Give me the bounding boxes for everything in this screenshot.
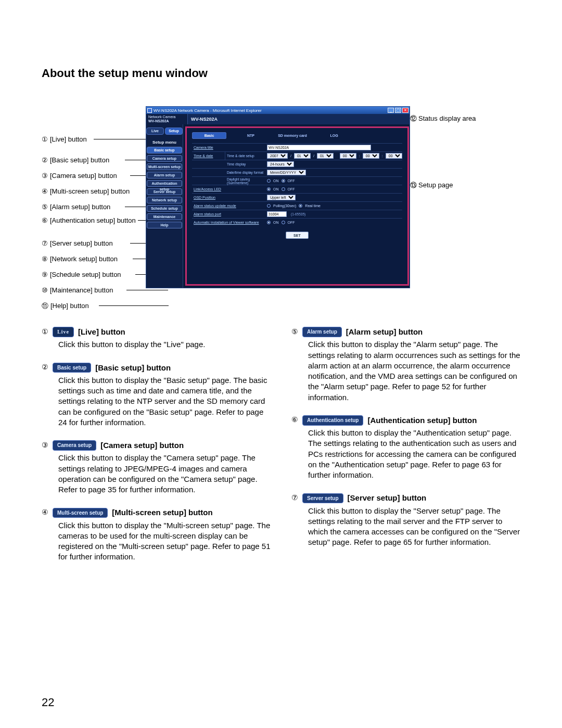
pill-live: Live (53, 327, 74, 337)
dst-off-radio[interactable] (282, 179, 285, 183)
screenshot-region: ①[Live] button ②[Basic setup] button ③[C… (42, 106, 520, 346)
viewer-on-radio[interactable] (267, 221, 271, 224)
tab-sd[interactable]: SD memory card (275, 132, 310, 139)
viewer-off-radio[interactable] (282, 221, 285, 224)
close-icon[interactable]: ✕ (402, 108, 408, 113)
status-display-area: WV-NS202A (188, 114, 410, 124)
dst-on-radio[interactable] (267, 179, 271, 183)
descriptions: ① Live [Live] button Click this button t… (42, 327, 520, 575)
desc-item-5: ⑤ Alarm setup [Alarm setup] button Click… (291, 327, 520, 403)
viewer-install-label[interactable]: Automatic installation of Viewer softwar… (192, 221, 267, 224)
pill-auth: Authentication setup (302, 415, 363, 426)
polling-radio[interactable] (267, 204, 271, 208)
page-number: 22 (42, 696, 54, 709)
pill-basic: Basic setup (53, 363, 91, 373)
pill-camera: Camera setup (53, 440, 96, 451)
year-select[interactable]: 2007 (267, 153, 288, 159)
ie-app-icon (147, 108, 152, 113)
tab-ntp[interactable]: NTP (234, 132, 268, 139)
set-button[interactable]: SET (286, 232, 309, 239)
realtime-radio[interactable] (299, 204, 302, 208)
link-led-label[interactable]: Link/Access LED (192, 187, 267, 191)
setup-menu-title: Setup menu (146, 140, 183, 145)
dst-label: Daylight saving (Summertime) (225, 177, 267, 185)
date-format-select[interactable]: Mmm/DD/YYYY (267, 170, 306, 175)
time-display-label: Time display (225, 162, 267, 166)
section-title: About the setup menu window (42, 67, 520, 80)
pill-server: Server setup (302, 493, 343, 504)
sidebar-item-help[interactable]: Help (147, 222, 182, 228)
maximize-icon[interactable]: ▢ (395, 108, 401, 113)
setup-page: Basic NTP SD memory card LOG Camera titl… (185, 126, 409, 286)
month-select[interactable]: 01 (294, 153, 311, 159)
desc-item-6: ⑥ Authentication setup [Authentication s… (291, 415, 520, 481)
led-off-radio[interactable] (282, 187, 285, 191)
hour-select[interactable]: 00 (340, 153, 356, 159)
sidebar: Live Setup Setup menu Basic setup Camera… (146, 124, 183, 288)
live-button[interactable]: Live (146, 127, 164, 135)
sidebar-item-camera[interactable]: Camera setup (147, 155, 182, 162)
time-date-group[interactable]: Time & date (192, 152, 225, 160)
ie-window: WV-NS202A Network Camera - Microsoft Int… (146, 106, 410, 288)
osd-label[interactable]: OSD Position (192, 196, 267, 199)
ie-titlebar: WV-NS202A Network Camera - Microsoft Int… (146, 107, 410, 114)
pill-multiscreen: Multi-screen setup (53, 508, 108, 518)
min-select[interactable]: 00 (363, 153, 379, 159)
setup-button[interactable]: Setup (165, 127, 183, 135)
tab-log[interactable]: LOG (317, 132, 351, 139)
led-on-radio[interactable] (267, 187, 271, 191)
desc-item-1: ① Live [Live] button Click this button t… (42, 327, 271, 350)
sidebar-item-basic[interactable]: Basic setup (147, 147, 182, 154)
desc-item-2: ② Basic setup [Basic setup] button Click… (42, 363, 271, 428)
desc-item-3: ③ Camera setup [Camera setup] button Cli… (42, 440, 271, 495)
desc-item-7: ⑦ Server setup [Server setup] button Cli… (291, 493, 520, 547)
sec-select[interactable]: 00 (386, 153, 402, 159)
time-date-setup-label: Time & date setup (225, 154, 267, 158)
alarm-port-label[interactable]: Alarm status port (192, 212, 267, 216)
camera-title-label[interactable]: Camera title (192, 146, 267, 149)
sidebar-item-network[interactable]: Network setup (147, 197, 182, 203)
date-format-label: Date/time display format (225, 171, 267, 174)
sidebar-item-auth[interactable]: Authentication setup (147, 180, 182, 187)
minimize-icon[interactable]: _ (388, 108, 394, 113)
pill-alarm: Alarm setup (302, 327, 342, 337)
alarm-mode-label[interactable]: Alarm status update mode (192, 204, 267, 208)
sidebar-item-multiscreen[interactable]: Multi-screen setup (147, 163, 182, 170)
day-select[interactable]: 01 (317, 153, 334, 159)
sidebar-item-server[interactable]: Server setup (147, 188, 182, 195)
tab-basic[interactable]: Basic (192, 132, 226, 139)
brand-bar: Network Camera WV-NS202A WV-NS202A (146, 114, 410, 124)
alarm-port-input[interactable] (267, 211, 287, 217)
ie-title-text: WV-NS202A Network Camera - Microsoft Int… (154, 108, 262, 113)
sidebar-item-alarm[interactable]: Alarm setup (147, 172, 182, 178)
desc-item-4: ④ Multi-screen setup [Multi-screen setup… (42, 507, 271, 562)
sidebar-item-maintenance[interactable]: Maintenance (147, 213, 182, 220)
sidebar-item-schedule[interactable]: Schedule setup (147, 205, 182, 212)
time-display-select[interactable]: 24-hours (267, 161, 294, 167)
camera-title-input[interactable] (267, 145, 371, 150)
osd-select[interactable]: Upper left (267, 195, 296, 200)
